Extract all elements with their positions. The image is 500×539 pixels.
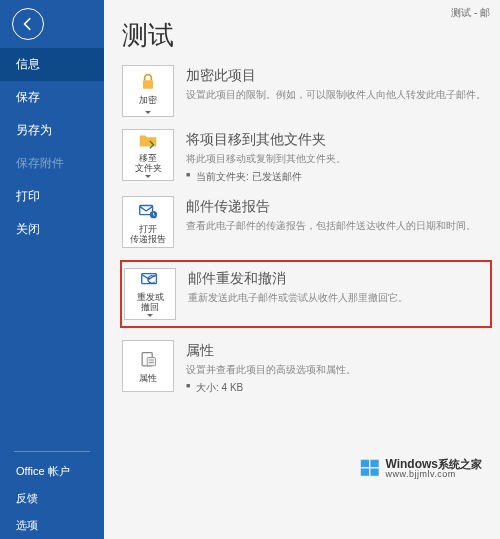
option-desc: 重新发送此电子邮件或尝试从收件人那里撤回它。 bbox=[188, 291, 484, 305]
watermark-brand-cn: 系统之家 bbox=[438, 458, 482, 470]
tile-label: 打开 传递报告 bbox=[130, 225, 166, 245]
option-encrypt: 加密 加密此项目 设置此项目的限制。例如，可以限制收件人向他人转发此电子邮件。 bbox=[122, 65, 500, 117]
sidebar-item-info[interactable]: 信息 bbox=[0, 48, 104, 81]
sidebar-label: 关闭 bbox=[16, 222, 40, 236]
option-bullet: 当前文件夹: 已发送邮件 bbox=[186, 170, 492, 184]
properties-tile[interactable]: 属性 bbox=[122, 340, 174, 392]
sidebar-label: 信息 bbox=[16, 57, 40, 71]
option-text: 将项目移到其他文件夹 将此项目移动或复制到其他文件夹。 当前文件夹: 已发送邮件 bbox=[186, 129, 492, 184]
file-sidebar: 信息 保存 另存为 保存附件 打印 关闭 Office 帐户 反馈 选项 bbox=[0, 0, 104, 539]
sidebar-item-options[interactable]: 选项 bbox=[0, 512, 104, 539]
sidebar-item-feedback[interactable]: 反馈 bbox=[0, 485, 104, 512]
option-title: 邮件传递报告 bbox=[186, 198, 492, 216]
option-bullet: 大小: 4 KB bbox=[186, 381, 492, 395]
sidebar-item-save[interactable]: 保存 bbox=[0, 81, 104, 114]
sidebar-item-save-attachment: 保存附件 bbox=[0, 147, 104, 180]
svg-rect-11 bbox=[371, 468, 379, 475]
sidebar-divider bbox=[14, 451, 90, 452]
page-title: 测试 bbox=[122, 18, 500, 53]
sidebar-label: 反馈 bbox=[16, 492, 38, 504]
main-content: 测试 - 邮 测试 加密 加密此项目 设置此项目的限制。例如，可以限制收件人向他… bbox=[104, 0, 500, 539]
encrypt-tile[interactable]: 加密 bbox=[122, 65, 174, 117]
option-text: 邮件重发和撤消 重新发送此电子邮件或尝试从收件人那里撤回它。 bbox=[188, 268, 484, 305]
chevron-down-icon bbox=[145, 175, 151, 178]
sidebar-nav: 信息 保存 另存为 保存附件 打印 关闭 bbox=[0, 48, 104, 246]
resend-recall-tile[interactable]: 重发或 撤回 bbox=[124, 268, 176, 320]
sidebar-label: 另存为 bbox=[16, 123, 52, 137]
sidebar-label: 保存附件 bbox=[16, 156, 64, 170]
option-title: 将项目移到其他文件夹 bbox=[186, 131, 492, 149]
option-text: 属性 设置并查看此项目的高级选项和属性。 大小: 4 KB bbox=[186, 340, 492, 395]
tile-label: 加密 bbox=[139, 96, 157, 106]
delivery-report-tile[interactable]: 打开 传递报告 bbox=[122, 196, 174, 248]
option-desc: 将此项目移动或复制到其他文件夹。 bbox=[186, 152, 492, 166]
windows-logo-icon bbox=[359, 457, 381, 479]
chevron-down-icon bbox=[147, 314, 153, 317]
svg-rect-0 bbox=[143, 80, 153, 88]
option-title: 属性 bbox=[186, 342, 492, 360]
resend-icon bbox=[138, 269, 162, 291]
tile-label: 移至 文件夹 bbox=[135, 154, 162, 174]
tile-label: 重发或 撤回 bbox=[137, 293, 164, 313]
svg-rect-10 bbox=[361, 468, 369, 475]
option-desc: 设置并查看此项目的高级选项和属性。 bbox=[186, 363, 492, 377]
breadcrumb: 测试 - 邮 bbox=[451, 6, 490, 20]
option-title: 加密此项目 bbox=[186, 67, 492, 85]
watermark-text: Windows系统之家 www.bjjmlv.com bbox=[385, 458, 482, 479]
report-icon bbox=[136, 199, 160, 223]
back-button[interactable] bbox=[12, 8, 44, 40]
sidebar-bottom: Office 帐户 反馈 选项 bbox=[0, 451, 104, 539]
sidebar-label: Office 帐户 bbox=[16, 465, 70, 477]
properties-icon bbox=[136, 348, 160, 372]
option-title: 邮件重发和撤消 bbox=[188, 270, 484, 288]
sidebar-item-account[interactable]: Office 帐户 bbox=[0, 458, 104, 485]
option-desc: 设置此项目的限制。例如，可以限制收件人向他人转发此电子邮件。 bbox=[186, 88, 492, 102]
option-resend-recall: 重发或 撤回 邮件重发和撤消 重新发送此电子邮件或尝试从收件人那里撤回它。 bbox=[120, 260, 492, 328]
option-desc: 查看此电子邮件的传递报告，包括邮件送达收件人的日期和时间。 bbox=[186, 219, 492, 233]
option-properties: 属性 属性 设置并查看此项目的高级选项和属性。 大小: 4 KB bbox=[122, 340, 500, 395]
sidebar-item-print[interactable]: 打印 bbox=[0, 180, 104, 213]
svg-rect-8 bbox=[361, 460, 369, 467]
watermark-brand: Windows系统之家 bbox=[385, 458, 482, 470]
lock-icon bbox=[136, 70, 160, 94]
sidebar-item-close[interactable]: 关闭 bbox=[0, 213, 104, 246]
sidebar-label: 打印 bbox=[16, 189, 40, 203]
move-folder-tile[interactable]: 移至 文件夹 bbox=[122, 129, 174, 181]
sidebar-label: 保存 bbox=[16, 90, 40, 104]
watermark-url: www.bjjmlv.com bbox=[385, 470, 482, 479]
option-text: 加密此项目 设置此项目的限制。例如，可以限制收件人向他人转发此电子邮件。 bbox=[186, 65, 492, 102]
sidebar-label: 选项 bbox=[16, 519, 38, 531]
svg-rect-9 bbox=[371, 460, 379, 467]
option-text: 邮件传递报告 查看此电子邮件的传递报告，包括邮件送达收件人的日期和时间。 bbox=[186, 196, 492, 233]
sidebar-item-saveas[interactable]: 另存为 bbox=[0, 114, 104, 147]
back-arrow-icon bbox=[21, 17, 35, 31]
chevron-down-icon bbox=[145, 111, 151, 114]
folder-move-icon bbox=[136, 130, 160, 152]
option-move-folder: 移至 文件夹 将项目移到其他文件夹 将此项目移动或复制到其他文件夹。 当前文件夹… bbox=[122, 129, 500, 184]
tile-label: 属性 bbox=[139, 374, 157, 384]
svg-rect-5 bbox=[147, 358, 155, 366]
watermark: Windows系统之家 www.bjjmlv.com bbox=[359, 457, 482, 479]
option-delivery-report: 打开 传递报告 邮件传递报告 查看此电子邮件的传递报告，包括邮件送达收件人的日期… bbox=[122, 196, 500, 248]
